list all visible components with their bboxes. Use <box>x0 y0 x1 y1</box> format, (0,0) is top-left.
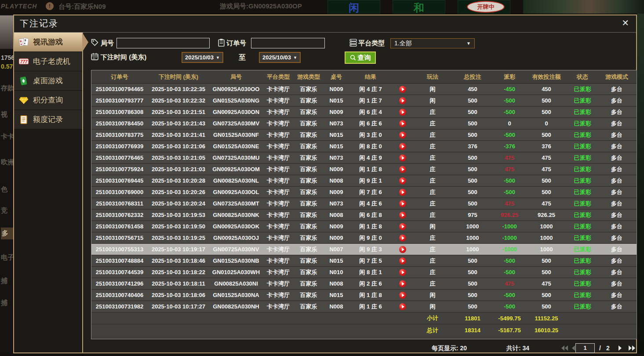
replay-play-icon[interactable] <box>392 97 413 104</box>
playtech-logo: PLAYTECH <box>1 3 37 10</box>
total-valid: 16010.25 <box>526 327 567 334</box>
game-mode-cell: 多台 <box>598 211 636 219</box>
status-cell: 已派彩 <box>567 246 598 253</box>
payout-cell: -500 <box>493 257 526 264</box>
table-row[interactable]: 251003100762332 2025-10-03 10:19:53 GN00… <box>91 209 637 221</box>
replay-play-icon[interactable] <box>392 120 413 127</box>
result-cell: 闲 6 庄 6 <box>349 120 392 128</box>
table-row[interactable]: 251003100776939 2025-10-03 10:21:06 GN01… <box>91 141 637 152</box>
table-row[interactable]: 251003100741296 2025-10-03 10:18:11 GN00… <box>91 278 637 290</box>
table-row[interactable]: 251003100794465 2025-10-03 10:22:35 GN00… <box>91 84 637 95</box>
sidebar-item-live-games[interactable]: K♥9♠ 视讯游戏 <box>14 33 82 52</box>
replay-play-icon[interactable] <box>392 223 413 230</box>
replay-play-icon[interactable] <box>392 177 413 184</box>
table-row[interactable]: 251003100783775 2025-10-03 10:21:41 GN01… <box>91 129 637 141</box>
replay-play-icon[interactable] <box>392 211 413 219</box>
payout-cell: 475 <box>493 200 526 207</box>
svg-text:K: K <box>20 39 22 43</box>
search-button[interactable]: 查询 <box>345 51 376 64</box>
table-row[interactable]: 251003100740406 2025-10-03 10:18:06 GN01… <box>91 290 637 301</box>
sidebar-item-label: 额度记录 <box>33 114 63 125</box>
replay-play-icon[interactable] <box>392 131 413 139</box>
date-to-value: 2025/10/03 <box>262 54 291 61</box>
title-divider <box>14 32 636 33</box>
valid-bet-cell: 500 <box>526 189 567 195</box>
table-row[interactable]: 251003100793777 2025-10-03 10:22:32 GN01… <box>91 95 637 106</box>
replay-play-icon[interactable] <box>392 165 413 173</box>
payout-cell: 475 <box>493 280 526 287</box>
payout-cell: 926.25 <box>493 212 526 218</box>
close-icon[interactable]: ✕ <box>622 18 629 28</box>
bg-fish2-label: 捕 <box>1 299 13 307</box>
last-page-icon[interactable] <box>628 345 636 351</box>
first-page-icon[interactable] <box>560 345 568 351</box>
valid-bet-cell: 500 <box>526 292 567 298</box>
modal-title: 下注记录 <box>20 18 58 29</box>
replay-play-icon[interactable] <box>392 108 413 116</box>
replay-play-icon[interactable] <box>392 291 413 299</box>
order-id-cell: 251003100741296 <box>91 280 148 287</box>
table-row[interactable]: 251003100775924 2025-10-03 10:21:03 GN00… <box>91 164 637 175</box>
game-mode-cell: 多台 <box>598 223 636 231</box>
replay-play-icon[interactable] <box>392 268 413 276</box>
table-row[interactable]: 251003100769000 2025-10-03 10:20:26 GN00… <box>91 187 637 198</box>
sidebar-item-table-games[interactable]: 桌面游戏 <box>14 71 82 91</box>
table-row[interactable]: 251003100786308 2025-10-03 10:21:51 GN00… <box>91 106 637 118</box>
table-row[interactable]: 251003100756715 2025-10-03 10:19:25 GN00… <box>91 232 637 244</box>
round-id-cell: GN07325A030MU <box>209 154 263 161</box>
bet-time-cell: 2025-10-03 10:18:06 <box>148 292 209 298</box>
table-row[interactable]: 251003100784450 2025-10-03 10:21:43 GN07… <box>91 118 637 129</box>
replay-play-icon[interactable] <box>392 234 413 242</box>
result-cell: 闲 1 庄 8 <box>349 291 392 299</box>
replay-play-icon[interactable] <box>392 85 413 93</box>
platform-cell: 卡卡湾厅 <box>263 165 294 173</box>
order-filter-input[interactable] <box>251 38 325 48</box>
platform-filter-label: 平台类型 <box>358 39 385 48</box>
order-id-cell: 251003100793777 <box>91 97 148 104</box>
bet-time-cell: 2025-10-03 10:21:43 <box>148 120 209 127</box>
replay-play-icon[interactable] <box>392 154 413 161</box>
order-id-cell: 251003100784450 <box>91 120 148 127</box>
sidebar-item-quota-records[interactable]: 额度记录 <box>14 110 82 129</box>
round-id-cell: GN00925A030OJ <box>209 235 263 241</box>
sidebar-item-points[interactable]: 积分查询 <box>14 91 82 110</box>
sidebar-item-slots[interactable]: 777 电子老虎机 <box>14 52 82 71</box>
platform-select[interactable]: 1.全部 ▼ <box>390 38 475 48</box>
replay-play-icon[interactable] <box>392 303 413 310</box>
avatar <box>0 15 13 49</box>
platform-cell: 卡卡湾厅 <box>263 234 294 242</box>
replay-play-icon[interactable] <box>392 200 413 207</box>
status-cell: 已派彩 <box>567 143 598 150</box>
round-id-cell: GN00925A030ON <box>209 109 263 115</box>
table-row[interactable]: 251003100744539 2025-10-03 10:18:22 GN01… <box>91 267 637 278</box>
replay-play-icon[interactable] <box>392 280 413 287</box>
order-id-cell: 251003100786308 <box>91 109 148 115</box>
replay-play-icon[interactable] <box>392 246 413 253</box>
next-page-icon[interactable] <box>618 345 623 351</box>
round-filter-input[interactable] <box>116 38 210 48</box>
date-from-picker[interactable]: 2025/10/03 ▼ <box>182 52 223 63</box>
page-size-label: 每页显示: 20 <box>432 345 467 352</box>
table-row[interactable]: 251003100731982 2025-10-03 10:17:27 GN00… <box>91 301 637 312</box>
current-page-input[interactable]: 1 <box>575 343 595 353</box>
table-row[interactable]: 251003100769445 2025-10-03 10:20:28 GN00… <box>91 175 637 187</box>
valid-bet-cell: 500 <box>526 257 567 264</box>
table-row[interactable]: 251003100761458 2025-10-03 10:19:50 GN00… <box>91 221 637 232</box>
total-payout: -5167.75 <box>493 327 526 334</box>
total-bet-cell: 500 <box>452 177 493 184</box>
status-cell: 已派彩 <box>567 120 598 128</box>
table-row[interactable]: 251003100776465 2025-10-03 10:21:05 GN07… <box>91 152 637 164</box>
replay-play-icon[interactable] <box>392 257 413 264</box>
table-row[interactable]: 251003100748884 2025-10-03 10:18:46 GN01… <box>91 255 637 267</box>
table-row[interactable]: 251003100755313 2025-10-03 10:19:17 GN00… <box>91 244 637 255</box>
payout-cell: -500 <box>493 303 526 310</box>
date-to-picker[interactable]: 2025/10/03 ▼ <box>259 52 301 63</box>
replay-play-icon[interactable] <box>392 143 413 150</box>
replay-play-icon[interactable] <box>392 188 413 196</box>
payout-cell: -500 <box>493 177 526 184</box>
valid-bet-cell: 475 <box>526 200 567 207</box>
table-row[interactable]: 251003100768311 2025-10-03 10:20:24 GN07… <box>91 198 637 209</box>
bet-time-cell: 2025-10-03 10:19:25 <box>148 235 209 241</box>
total-bet-cell: 1000 <box>452 223 493 230</box>
game-type-cell: 百家乐 <box>294 188 324 196</box>
